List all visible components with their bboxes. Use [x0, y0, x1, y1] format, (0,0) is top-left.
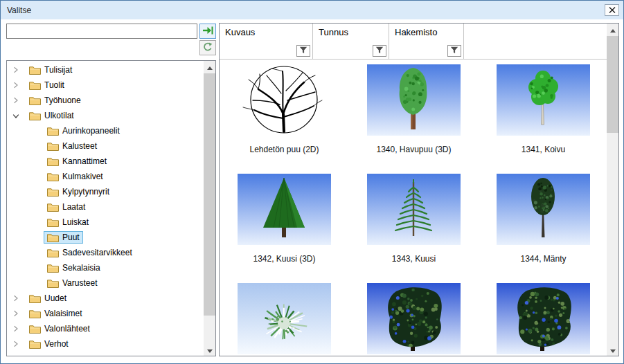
- filter-button-tunnus[interactable]: [373, 45, 386, 57]
- tree-item-label: Kalusteet: [62, 141, 97, 151]
- tree-row-content: Kylpytynnyrit: [44, 185, 113, 198]
- tree-row-content: Tuolit: [26, 79, 68, 91]
- library-item[interactable]: Lehdetön puu (2D): [220, 64, 349, 174]
- item-thumbnail-bush: [238, 283, 331, 354]
- library-item[interactable]: 1343, Kuusi: [349, 174, 479, 283]
- folder-tree: TulisijatTuolitTyöhuoneUlkotilatAurinkop…: [6, 60, 216, 356]
- folder-icon: [29, 294, 41, 303]
- tree-item-label: Varusteet: [62, 278, 97, 288]
- expand-icon[interactable]: [12, 340, 26, 347]
- tree-row-content: Sadevesitarvikkeet: [44, 246, 136, 259]
- folder-icon: [47, 188, 59, 197]
- tree-item-verhot[interactable]: Verhot: [7, 336, 204, 352]
- item-label: 1344, Mänty: [520, 254, 566, 264]
- library-item[interactable]: [349, 283, 479, 356]
- tree-item-varusteet[interactable]: Varusteet: [7, 275, 204, 291]
- tree-item-label: Valaisimet: [44, 309, 82, 318]
- tree-item-label: Sadevesitarvikkeet: [62, 248, 132, 257]
- expand-icon[interactable]: [12, 66, 26, 73]
- scroll-down-button[interactable]: [607, 344, 618, 356]
- collapse-icon[interactable]: [12, 113, 26, 119]
- tree-item-label: Luiskat: [62, 217, 89, 227]
- expand-icon[interactable]: [12, 295, 26, 302]
- tree-item-label: Uudet: [44, 293, 66, 303]
- folder-icon: [47, 203, 59, 212]
- scroll-up-button[interactable]: [607, 24, 618, 35]
- tree-scrollbar[interactable]: [204, 61, 215, 356]
- item-thumbnail-spruce-cone-3d: [238, 174, 331, 245]
- expand-icon[interactable]: [12, 82, 26, 89]
- tree-item-luiskat[interactable]: Luiskat: [7, 215, 204, 230]
- tree-item-kalusteet[interactable]: Kalusteet: [7, 138, 204, 154]
- column-header-label: Hakemisto: [395, 27, 437, 37]
- folder-icon: [29, 81, 41, 90]
- filter-button-kuvaus[interactable]: [296, 45, 310, 57]
- library-item[interactable]: 1344, Mänty: [479, 174, 607, 283]
- funnel-icon: [299, 46, 307, 56]
- tree-row-content: Aurinkopaneelit: [44, 125, 123, 137]
- library-item[interactable]: 1340, Havupuu (3D): [349, 64, 479, 174]
- tree-scrollbar-thumb[interactable]: [204, 73, 215, 316]
- tree-item-kulmakivet[interactable]: Kulmakivet: [7, 169, 204, 184]
- window-title: Valitse: [7, 6, 31, 15]
- column-header-kuvaus[interactable]: Kuvaus: [220, 24, 313, 59]
- item-thumbnail-dark-canopy: [497, 283, 590, 354]
- tree-item-laatat[interactable]: Laatat: [7, 199, 204, 215]
- expand-icon[interactable]: [12, 97, 26, 104]
- folder-icon: [47, 172, 59, 181]
- tree-selection: Puut: [44, 231, 83, 244]
- folder-icon: [29, 309, 41, 318]
- items-panel: KuvausTunnusHakemisto Lehdetön puu (2D)1…: [219, 23, 619, 356]
- search-go-button[interactable]: [199, 24, 216, 39]
- filter-button-hakemisto[interactable]: [447, 45, 461, 57]
- tree-item-sadevesitarvikkeet[interactable]: Sadevesitarvikkeet: [7, 245, 204, 260]
- tree-row-content: Kalusteet: [44, 140, 100, 152]
- expand-icon[interactable]: [12, 325, 26, 332]
- folder-icon: [29, 66, 41, 75]
- items-scrollbar[interactable]: [607, 24, 618, 356]
- search-input[interactable]: [6, 24, 197, 39]
- library-item[interactable]: [479, 283, 607, 356]
- tree-item-label: Aurinkopaneelit: [62, 126, 120, 136]
- tree-item-ulkotilat[interactable]: Ulkotilat: [7, 108, 204, 123]
- valitse-dialog: Valitse TulisijatTuolitTyöhuoneUlkotilat…: [0, 0, 624, 364]
- item-thumbnail-spruce-sparse: [367, 174, 461, 245]
- titlebar[interactable]: Valitse: [1, 1, 623, 19]
- item-label: 1342, Kuusi (3D): [253, 254, 315, 264]
- tree-row-content: Varusteet: [44, 277, 100, 289]
- library-item[interactable]: 1341, Koivu: [479, 64, 607, 174]
- item-label: 1340, Havupuu (3D): [376, 145, 451, 154]
- tree-item-uudet[interactable]: Uudet: [7, 291, 204, 306]
- tree-item-kylpytynnyrit[interactable]: Kylpytynnyrit: [7, 184, 204, 199]
- column-headers: KuvausTunnusHakemisto: [220, 24, 607, 60]
- folder-icon: [29, 325, 41, 334]
- items-scrollbar-thumb[interactable]: [607, 36, 618, 133]
- folder-icon: [47, 127, 59, 136]
- library-item[interactable]: 1342, Kuusi (3D): [220, 174, 349, 283]
- tree-item-puut[interactable]: Puut: [7, 230, 204, 245]
- tree-item-sekalaisia[interactable]: Sekalaisia: [7, 260, 204, 275]
- tree-item-tulisijat[interactable]: Tulisijat: [7, 62, 204, 78]
- items-grid: Lehdetön puu (2D)1340, Havupuu (3D)1341,…: [220, 60, 607, 356]
- tree-row-content: Verhot: [26, 338, 72, 350]
- tree-item-työhuone[interactable]: Työhuone: [7, 93, 204, 108]
- folder-icon: [47, 142, 59, 151]
- expand-icon[interactable]: [12, 310, 26, 317]
- close-button[interactable]: [605, 4, 619, 16]
- tree-item-label: Työhuone: [44, 95, 81, 105]
- column-header-tunnus[interactable]: Tunnus: [313, 24, 389, 59]
- tree-item-label: Kulmakivet: [62, 172, 103, 181]
- tree-item-tuolit[interactable]: Tuolit: [7, 78, 204, 93]
- scroll-up-button[interactable]: [204, 61, 215, 73]
- column-header-hakemisto[interactable]: Hakemisto: [389, 24, 464, 59]
- tree-item-kannattimet[interactable]: Kannattimet: [7, 154, 204, 169]
- folder-icon: [29, 96, 41, 105]
- library-item[interactable]: [220, 283, 349, 356]
- refresh-button[interactable]: [199, 40, 216, 55]
- scroll-down-button[interactable]: [204, 344, 215, 356]
- tree-item-valaisimet[interactable]: Valaisimet: [7, 306, 204, 321]
- tree-item-valonlähteet[interactable]: Valonlähteet: [7, 321, 204, 336]
- arrow-right-icon: [202, 26, 213, 37]
- tree-item-aurinkopaneelit[interactable]: Aurinkopaneelit: [7, 123, 204, 138]
- item-label: 1343, Kuusi: [392, 254, 436, 264]
